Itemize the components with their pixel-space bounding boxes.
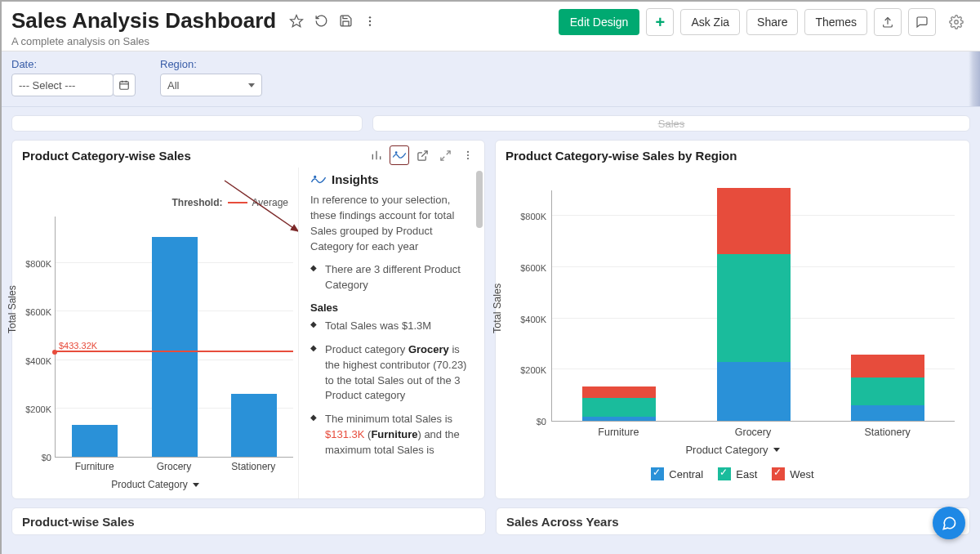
favorite-star-icon[interactable] [287,12,305,30]
filter-date-value: --- Select --- [19,79,75,92]
themes-button[interactable]: Themes [804,9,867,35]
card-product-wise-sales: Product-wise Sales [11,507,486,535]
svg-line-14 [421,150,427,156]
export-icon[interactable] [874,8,902,36]
stacked-bar[interactable] [582,386,656,421]
y-tick: $800K [25,259,51,269]
save-icon[interactable] [336,12,354,30]
svg-point-17 [467,151,469,153]
legend-item-central[interactable]: Central [651,467,703,480]
x-axis-title[interactable]: Product Category [496,444,969,456]
x-axis-title[interactable]: Product Category [12,479,298,490]
scrollbar[interactable] [969,51,980,106]
filter-date-label: Date: [11,58,136,70]
y-tick: $600K [25,307,51,317]
y-tick: $400K [520,315,546,324]
filter-date-select[interactable]: --- Select --- [11,74,114,96]
y-tick: $600K [520,263,546,273]
open-new-icon[interactable] [412,145,432,165]
settings-gear-icon[interactable] [942,8,970,36]
insight-item: Total Sales was $1.3M [310,319,476,334]
stacked-bar[interactable] [851,355,924,421]
y-tick: $0 [42,453,51,462]
svg-point-1 [369,16,371,18]
filter-bar: Date: --- Select --- Region: All [2,51,980,107]
insights-panel: Insights In reference to your selection,… [298,168,484,498]
y-axis-title: Total Sales [7,285,18,333]
card-title: Product Category-wise Sales [22,149,191,163]
y-axis-title: Total Sales [492,283,503,333]
x-label: Grocery [134,461,213,472]
svg-point-13 [395,152,397,154]
zia-insights-icon[interactable] [390,145,409,165]
card-sales-across-years: Sales Across Years [496,507,970,535]
card-title: Product Category-wise Sales by Region [506,149,737,163]
x-label: Furniture [551,427,686,438]
partial-card [11,115,363,132]
legend-item-east[interactable]: East [718,467,757,480]
bar[interactable] [231,394,277,457]
filter-region-label: Region: [160,58,262,70]
filter-region-select[interactable]: All [160,74,262,96]
chevron-down-icon [193,483,199,487]
chevron-down-icon [773,448,780,452]
x-label: Stationery [214,461,293,472]
card-product-category-sales: Product Category-wise Sales [11,140,485,499]
ask-zia-button[interactable]: Ask Zia [680,9,740,35]
page-title: Sales Analysis Dashboard [11,8,276,34]
calendar-icon[interactable] [113,74,136,96]
threshold-value: $433.32K [59,341,97,351]
threshold-legend: Threshold: Average [172,197,288,208]
insights-section: Sales [310,302,476,314]
svg-line-15 [446,150,449,154]
page-subtitle: A complete analysis on Sales [11,35,379,47]
x-label: Stationery [820,427,955,438]
x-label: Furniture [55,461,134,472]
insight-item: Product category Grocery is the highest … [310,342,476,404]
svg-point-3 [369,24,371,25]
legend-item-west[interactable]: West [772,467,813,480]
add-button[interactable]: + [646,8,674,36]
svg-line-16 [440,156,443,159]
more-vertical-icon[interactable] [458,145,478,165]
insights-title: Insights [332,172,379,186]
y-tick: $0 [537,417,546,427]
partial-card: Sales [372,115,970,132]
x-label: Grocery [686,427,821,438]
chat-fab-icon[interactable] [933,507,965,539]
insight-item: The minimum total Sales is $131.3K (Furn… [310,412,476,458]
filter-region-value: All [167,79,179,92]
y-tick: $800K [520,212,546,221]
y-tick: $200K [25,404,51,414]
bar[interactable] [152,237,198,457]
edit-design-button[interactable]: Edit Design [559,9,640,35]
refresh-icon[interactable] [312,12,330,30]
stacked-bar[interactable] [717,188,791,421]
expand-icon[interactable] [435,145,455,165]
comment-icon[interactable] [908,8,936,36]
svg-marker-0 [291,15,303,26]
y-tick: $400K [25,356,51,366]
svg-point-22 [314,176,316,177]
view-chart-icon[interactable] [367,145,386,165]
svg-point-18 [467,154,469,156]
bar[interactable] [72,425,118,457]
insight-item: There are 3 different Product Category [310,262,476,293]
card-product-category-sales-by-region: Product Category-wise Sales by Region To… [495,140,970,499]
chart-legend: Central East West [496,467,969,480]
scrollbar[interactable] [476,171,483,228]
svg-point-19 [467,158,469,159]
y-tick: $200K [520,365,546,375]
share-button[interactable]: Share [746,9,798,35]
svg-point-2 [369,20,371,21]
chevron-down-icon [248,83,255,87]
more-vertical-icon[interactable] [361,12,379,30]
svg-point-5 [955,20,959,25]
svg-rect-6 [120,82,129,89]
insights-intro: In reference to your selection, these fi… [310,193,476,254]
